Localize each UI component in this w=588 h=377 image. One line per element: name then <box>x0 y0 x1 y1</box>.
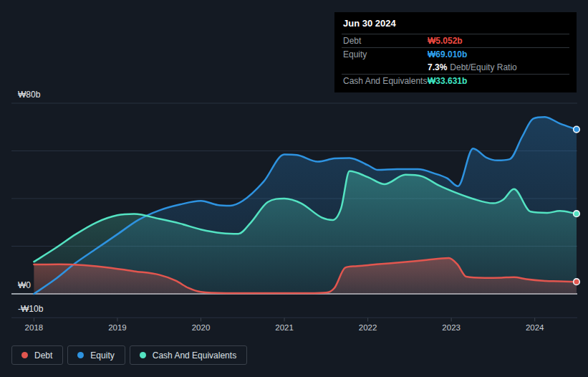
tooltip-ratio: 7.3%Debt/Equity Ratio <box>428 62 517 72</box>
legend: Debt Equity Cash And Equivalents <box>11 345 247 365</box>
debt-dot-icon <box>21 352 28 358</box>
debt-equity-history-panel: ₩80b₩0-₩10b2018201920202021202220232024 … <box>0 0 588 377</box>
legend-equity-label: Equity <box>90 350 114 361</box>
x-axis-label-2019: 2019 <box>108 323 127 332</box>
tooltip-row-debt: Debt ₩5.052b <box>342 34 569 47</box>
legend-item-cash[interactable]: Cash And Equivalents <box>130 345 247 365</box>
y-axis-label-0: ₩0 <box>18 280 31 290</box>
tooltip-row-ratio: 7.3%Debt/Equity Ratio <box>342 61 569 74</box>
equity-end-dot <box>574 126 580 133</box>
tooltip: Jun 30 2024 Debt ₩5.052b Equity ₩69.010b… <box>334 12 577 92</box>
tooltip-row-equity: Equity ₩69.010b <box>342 47 569 61</box>
tooltip-equity-label: Equity <box>343 49 428 59</box>
tooltip-date: Jun 30 2024 <box>342 15 569 34</box>
legend-item-equity[interactable]: Equity <box>67 345 125 365</box>
x-axis-label-2018: 2018 <box>25 323 44 332</box>
x-axis-label-2024: 2024 <box>526 323 544 332</box>
x-axis-label-2021: 2021 <box>275 323 294 332</box>
tooltip-row-cash: Cash And Equivalents ₩33.631b <box>342 74 569 87</box>
legend-item-debt[interactable]: Debt <box>11 345 63 365</box>
tooltip-ratio-pct: 7.3% <box>428 62 447 72</box>
tooltip-cash-value: ₩33.631b <box>428 76 467 86</box>
cash-and-equivalents-end-dot <box>574 211 580 217</box>
x-axis-label-2023: 2023 <box>442 323 461 332</box>
equity-dot-icon <box>77 352 84 358</box>
legend-debt-label: Debt <box>34 350 52 361</box>
y-axis-label--10: -₩10b <box>18 304 44 314</box>
tooltip-equity-value: ₩69.010b <box>428 49 467 59</box>
tooltip-cash-label: Cash And Equivalents <box>343 76 428 86</box>
x-axis-label-2022: 2022 <box>359 323 377 332</box>
tooltip-debt-value: ₩5.052b <box>428 36 463 46</box>
x-axis-label-2020: 2020 <box>192 323 211 332</box>
tooltip-debt-label: Debt <box>343 36 428 46</box>
y-axis-label-80: ₩80b <box>18 90 41 100</box>
cash-dot-icon <box>140 352 146 358</box>
debt-end-dot <box>574 279 580 285</box>
legend-cash-label: Cash And Equivalents <box>153 350 236 361</box>
tooltip-ratio-label: Debt/Equity Ratio <box>450 62 516 72</box>
